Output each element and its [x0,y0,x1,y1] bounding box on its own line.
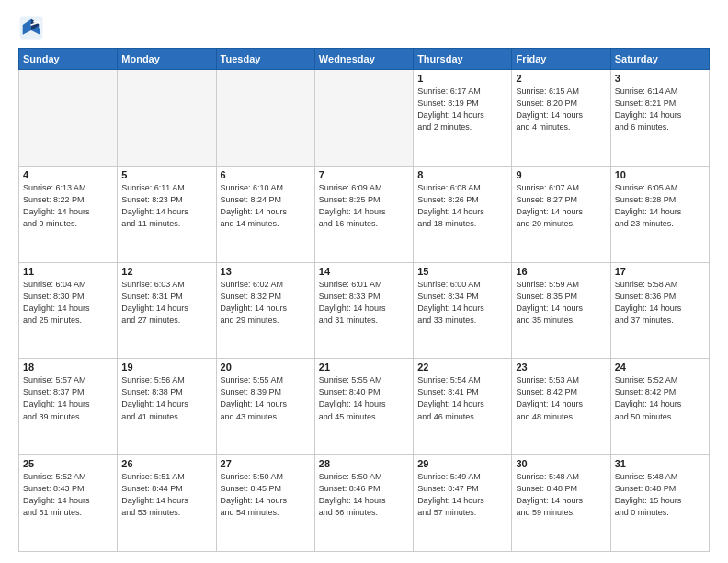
calendar-day-header: Thursday [414,49,512,70]
day-number: 17 [615,266,705,277]
calendar-cell: 9Sunrise: 6:07 AM Sunset: 8:27 PM Daylig… [512,166,610,262]
calendar-day-header: Saturday [610,49,709,70]
day-info: Sunrise: 6:08 AM Sunset: 8:26 PM Dayligh… [417,182,507,230]
day-number: 7 [319,169,409,180]
calendar-day-header: Monday [118,49,216,70]
day-number: 21 [319,362,409,373]
calendar-cell: 27Sunrise: 5:50 AM Sunset: 8:45 PM Dayli… [216,455,314,552]
day-info: Sunrise: 6:17 AM Sunset: 8:19 PM Dayligh… [417,86,507,133]
calendar-cell: 28Sunrise: 5:50 AM Sunset: 8:46 PM Dayli… [314,455,413,552]
day-info: Sunrise: 6:02 AM Sunset: 8:32 PM Dayligh… [221,279,311,327]
calendar-cell: 6Sunrise: 6:10 AM Sunset: 8:24 PM Daylig… [216,166,314,262]
day-info: Sunrise: 5:55 AM Sunset: 8:39 PM Dayligh… [221,374,311,422]
calendar-cell: 4Sunrise: 6:13 AM Sunset: 8:22 PM Daylig… [19,166,118,262]
day-info: Sunrise: 6:03 AM Sunset: 8:31 PM Dayligh… [121,279,211,327]
day-info: Sunrise: 6:05 AM Sunset: 8:28 PM Dayligh… [615,182,705,230]
calendar-week-row: 1Sunrise: 6:17 AM Sunset: 8:19 PM Daylig… [19,70,710,167]
calendar-day-header: Tuesday [216,49,314,70]
day-info: Sunrise: 5:56 AM Sunset: 8:38 PM Dayligh… [121,374,211,422]
day-number: 29 [417,458,507,469]
calendar-cell: 25Sunrise: 5:52 AM Sunset: 8:43 PM Dayli… [19,455,118,552]
calendar-cell: 20Sunrise: 5:55 AM Sunset: 8:39 PM Dayli… [216,359,314,455]
calendar-cell: 8Sunrise: 6:08 AM Sunset: 8:26 PM Daylig… [414,166,512,262]
day-info: Sunrise: 6:00 AM Sunset: 8:34 PM Dayligh… [417,279,507,327]
calendar-cell: 29Sunrise: 5:49 AM Sunset: 8:47 PM Dayli… [414,455,512,552]
day-info: Sunrise: 5:52 AM Sunset: 8:42 PM Dayligh… [615,374,705,422]
calendar-cell [314,70,413,167]
day-number: 18 [23,362,113,373]
calendar-cell: 12Sunrise: 6:03 AM Sunset: 8:31 PM Dayli… [118,262,216,359]
day-info: Sunrise: 5:52 AM Sunset: 8:43 PM Dayligh… [23,471,113,519]
day-number: 6 [221,169,311,180]
calendar-cell: 26Sunrise: 5:51 AM Sunset: 8:44 PM Dayli… [118,455,216,552]
calendar-cell: 17Sunrise: 5:58 AM Sunset: 8:36 PM Dayli… [610,262,709,359]
calendar-cell: 5Sunrise: 6:11 AM Sunset: 8:23 PM Daylig… [118,166,216,262]
calendar-cell: 23Sunrise: 5:53 AM Sunset: 8:42 PM Dayli… [512,359,610,455]
day-info: Sunrise: 5:59 AM Sunset: 8:35 PM Dayligh… [516,279,606,327]
day-number: 14 [319,266,409,277]
day-number: 25 [23,458,113,469]
calendar-cell: 13Sunrise: 6:02 AM Sunset: 8:32 PM Dayli… [216,262,314,359]
calendar-cell: 1Sunrise: 6:17 AM Sunset: 8:19 PM Daylig… [414,70,512,167]
calendar-cell: 3Sunrise: 6:14 AM Sunset: 8:21 PM Daylig… [610,70,709,167]
calendar-cell: 15Sunrise: 6:00 AM Sunset: 8:34 PM Dayli… [414,262,512,359]
calendar-header-row: SundayMondayTuesdayWednesdayThursdayFrid… [19,49,710,70]
calendar-cell: 16Sunrise: 5:59 AM Sunset: 8:35 PM Dayli… [512,262,610,359]
day-number: 26 [121,458,211,469]
logo-icon [18,15,44,40]
day-info: Sunrise: 6:11 AM Sunset: 8:23 PM Dayligh… [121,182,211,230]
calendar-cell: 22Sunrise: 5:54 AM Sunset: 8:41 PM Dayli… [414,359,512,455]
calendar-cell: 30Sunrise: 5:48 AM Sunset: 8:48 PM Dayli… [512,455,610,552]
calendar-cell: 31Sunrise: 5:48 AM Sunset: 8:48 PM Dayli… [610,455,709,552]
day-info: Sunrise: 6:09 AM Sunset: 8:25 PM Dayligh… [319,182,409,230]
day-info: Sunrise: 6:15 AM Sunset: 8:20 PM Dayligh… [516,86,606,133]
day-info: Sunrise: 5:48 AM Sunset: 8:48 PM Dayligh… [516,471,606,519]
day-info: Sunrise: 5:57 AM Sunset: 8:37 PM Dayligh… [23,374,113,422]
calendar-cell: 2Sunrise: 6:15 AM Sunset: 8:20 PM Daylig… [512,70,610,167]
day-number: 24 [615,362,705,373]
calendar-week-row: 11Sunrise: 6:04 AM Sunset: 8:30 PM Dayli… [19,262,710,359]
day-info: Sunrise: 5:51 AM Sunset: 8:44 PM Dayligh… [121,471,211,519]
calendar-cell: 24Sunrise: 5:52 AM Sunset: 8:42 PM Dayli… [610,359,709,455]
logo [18,15,48,40]
day-info: Sunrise: 5:58 AM Sunset: 8:36 PM Dayligh… [615,279,705,327]
calendar-cell: 18Sunrise: 5:57 AM Sunset: 8:37 PM Dayli… [19,359,118,455]
day-number: 15 [417,266,507,277]
day-number: 4 [23,169,113,180]
calendar-day-header: Sunday [19,49,118,70]
day-number: 13 [221,266,311,277]
day-number: 9 [516,169,606,180]
day-number: 27 [221,458,311,469]
day-info: Sunrise: 6:07 AM Sunset: 8:27 PM Dayligh… [516,182,606,230]
day-info: Sunrise: 6:01 AM Sunset: 8:33 PM Dayligh… [319,279,409,327]
day-info: Sunrise: 5:48 AM Sunset: 8:48 PM Dayligh… [615,471,705,519]
day-number: 8 [417,169,507,180]
calendar-cell: 19Sunrise: 5:56 AM Sunset: 8:38 PM Dayli… [118,359,216,455]
day-info: Sunrise: 5:50 AM Sunset: 8:46 PM Dayligh… [319,471,409,519]
header [18,15,710,40]
day-info: Sunrise: 5:53 AM Sunset: 8:42 PM Dayligh… [516,374,606,422]
calendar-cell: 14Sunrise: 6:01 AM Sunset: 8:33 PM Dayli… [314,262,413,359]
day-info: Sunrise: 5:55 AM Sunset: 8:40 PM Dayligh… [319,374,409,422]
day-number: 12 [121,266,211,277]
day-info: Sunrise: 6:10 AM Sunset: 8:24 PM Dayligh… [221,182,311,230]
page: SundayMondayTuesdayWednesdayThursdayFrid… [0,0,728,563]
calendar-cell: 10Sunrise: 6:05 AM Sunset: 8:28 PM Dayli… [610,166,709,262]
calendar-day-header: Friday [512,49,610,70]
day-number: 10 [615,169,705,180]
calendar-cell [118,70,216,167]
day-number: 5 [121,169,211,180]
day-info: Sunrise: 6:13 AM Sunset: 8:22 PM Dayligh… [23,182,113,230]
day-info: Sunrise: 5:49 AM Sunset: 8:47 PM Dayligh… [417,471,507,519]
day-number: 23 [516,362,606,373]
calendar-week-row: 18Sunrise: 5:57 AM Sunset: 8:37 PM Dayli… [19,359,710,455]
day-number: 1 [417,73,507,84]
day-number: 2 [516,73,606,84]
day-number: 31 [615,458,705,469]
day-number: 19 [121,362,211,373]
day-number: 16 [516,266,606,277]
calendar-cell: 7Sunrise: 6:09 AM Sunset: 8:25 PM Daylig… [314,166,413,262]
day-number: 11 [23,266,113,277]
day-info: Sunrise: 6:04 AM Sunset: 8:30 PM Dayligh… [23,279,113,327]
calendar-cell [216,70,314,167]
